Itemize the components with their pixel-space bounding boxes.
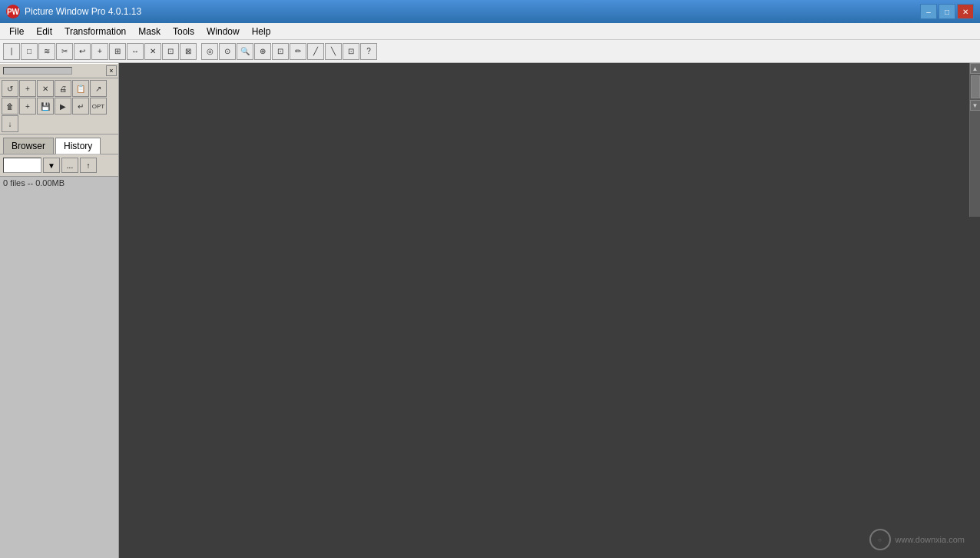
panel-scrollbar[interactable]: [3, 67, 72, 75]
panel-icon-save[interactable]: 💾: [37, 98, 54, 115]
toolbar-btn-pen1[interactable]: ✏: [290, 43, 306, 60]
path-input[interactable]: [3, 158, 41, 173]
panel-icon-export[interactable]: ↗: [90, 80, 107, 97]
tabs-row: Browser History: [0, 135, 118, 154]
menu-file[interactable]: File: [3, 23, 30, 39]
watermark-circle-icon: ○: [869, 529, 891, 550]
minimize-button[interactable]: –: [920, 4, 937, 19]
toolbar-btn-box2[interactable]: ⊠: [180, 43, 197, 60]
menu-window[interactable]: Window: [200, 23, 246, 39]
watermark-logo: ○ www.downxia.com: [869, 529, 965, 550]
panel-icon-refresh[interactable]: ↺: [2, 80, 18, 97]
menu-tools[interactable]: Tools: [167, 23, 200, 39]
toolbar-btn-new[interactable]: □: [21, 43, 38, 60]
toolbar-btn-grid[interactable]: ⊞: [109, 43, 126, 60]
browser-file-area: [0, 189, 118, 558]
panel-icon-play[interactable]: ▶: [55, 98, 71, 115]
panel-close-button[interactable]: ×: [106, 65, 117, 76]
main-toolbar: | □ ≋ ✂ ↩ + ⊞ ↔ ✕ ⊡ ⊠ ◎ ⊙ 🔍 ⊕ ⊡ ✏ ╱ ╲ ⊡ …: [0, 40, 980, 63]
toolbar-btn-cross[interactable]: ✕: [144, 43, 161, 60]
toolbar-btn-pen2[interactable]: ╱: [307, 43, 324, 60]
app-title: Picture Window Pro 4.0.1.13: [25, 6, 920, 17]
panel-icon-enter[interactable]: ↵: [72, 98, 89, 115]
panel-icon-delete[interactable]: 🗑: [2, 98, 18, 115]
menu-bar: File Edit Transformation Mask Tools Wind…: [0, 23, 980, 40]
file-count: 0 files -- 0.00MB: [0, 177, 118, 189]
browser-path-row: ▼ ... ↑: [0, 154, 118, 177]
tab-history[interactable]: History: [55, 138, 101, 154]
watermark: ○ www.downxia.com: [869, 529, 965, 550]
scroll-down-arrow[interactable]: ▼: [970, 100, 981, 111]
left-panel: × ↺ + ✕ 🖨 📋 ↗ 🗑 + 💾 ▶ ↵ OPT ↓ Browser Hi…: [0, 63, 119, 558]
toolbar-btn-flip[interactable]: ↔: [127, 43, 144, 60]
panel-icon-opt[interactable]: OPT: [90, 98, 107, 115]
close-button[interactable]: ✕: [957, 4, 974, 19]
panel-icon-remove[interactable]: ✕: [37, 80, 54, 97]
scroll-up-arrow[interactable]: ▲: [970, 63, 981, 74]
toolbar-btn-select[interactable]: |: [3, 43, 20, 60]
window-controls: – □ ✕: [920, 4, 974, 19]
watermark-site: www.downxia.com: [896, 535, 965, 544]
panel-icons: ↺ + ✕ 🖨 📋 ↗ 🗑 + 💾 ▶ ↵ OPT ↓: [0, 78, 118, 135]
main-layout: × ↺ + ✕ 🖨 📋 ↗ 🗑 + 💾 ▶ ↵ OPT ↓ Browser Hi…: [0, 63, 980, 558]
panel-toolbar: ×: [0, 63, 118, 78]
menu-mask[interactable]: Mask: [132, 23, 167, 39]
toolbar-btn-zoom[interactable]: ⊕: [254, 43, 271, 60]
toolbar-btn-cut[interactable]: ✂: [56, 43, 73, 60]
panel-icon-down[interactable]: ↓: [2, 115, 18, 132]
toolbar-btn-circle2[interactable]: ⊙: [219, 43, 236, 60]
toolbar-btn-add[interactable]: +: [91, 43, 108, 60]
toolbar-btn-waves[interactable]: ≋: [38, 43, 55, 60]
title-bar: PW Picture Window Pro 4.0.1.13 – □ ✕: [0, 0, 980, 23]
scroll-thumb[interactable]: [971, 75, 980, 98]
toolbar-btn-print[interactable]: ⊡: [272, 43, 289, 60]
toolbar-btn-box1[interactable]: ⊡: [162, 43, 179, 60]
path-browse-button[interactable]: ...: [61, 158, 78, 173]
tab-browser[interactable]: Browser: [3, 138, 54, 154]
menu-edit[interactable]: Edit: [30, 23, 58, 39]
toolbar-btn-help[interactable]: ?: [360, 43, 377, 60]
panel-icon-add[interactable]: +: [19, 80, 36, 97]
path-dropdown-button[interactable]: ▼: [43, 158, 60, 173]
menu-help[interactable]: Help: [246, 23, 277, 39]
toolbar-btn-camera[interactable]: ⊡: [343, 43, 359, 60]
toolbar-btn-circle1[interactable]: ◎: [201, 43, 218, 60]
toolbar-btn-pen3[interactable]: ╲: [325, 43, 342, 60]
menu-transformation[interactable]: Transformation: [58, 23, 132, 39]
panel-icon-print[interactable]: 🖨: [55, 80, 71, 97]
toolbar-btn-undo[interactable]: ↩: [74, 43, 91, 60]
toolbar-btn-search[interactable]: 🔍: [237, 43, 253, 60]
app-icon: PW: [6, 5, 20, 18]
canvas-area: ▲ ▼ ○ www.downxia.com: [119, 63, 980, 558]
restore-button[interactable]: □: [939, 4, 955, 19]
panel-icon-new[interactable]: +: [19, 98, 36, 115]
right-scrollbar: ▲ ▼: [969, 63, 980, 217]
path-up-button[interactable]: ↑: [80, 158, 97, 173]
browser-content: ▼ ... ↑ 0 files -- 0.00MB: [0, 154, 118, 558]
panel-icon-copy[interactable]: 📋: [72, 80, 89, 97]
